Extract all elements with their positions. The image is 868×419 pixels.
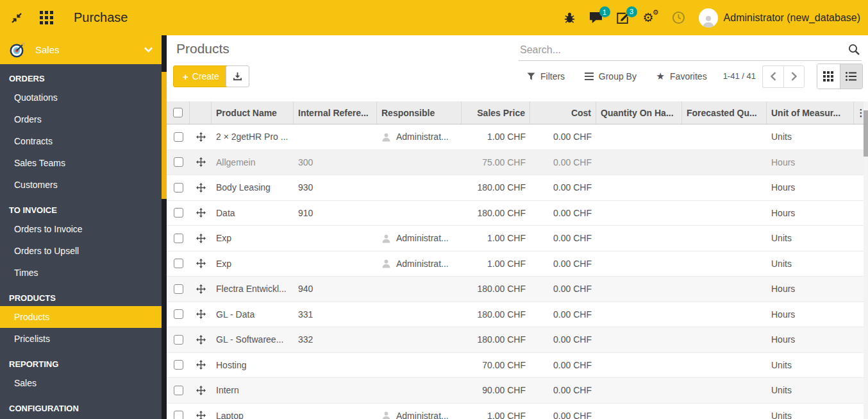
cell-responsible: [377, 175, 462, 200]
search-input[interactable]: [519, 44, 848, 56]
favorites-button[interactable]: ★ Favorites: [653, 71, 711, 82]
debug-bug-icon[interactable]: [563, 12, 576, 24]
cell-sales-price: 180.00 CHF: [462, 201, 530, 226]
row-checkbox[interactable]: [174, 309, 183, 319]
row-checkbox[interactable]: [174, 208, 183, 218]
cell-cost: 0.00 CHF: [530, 226, 596, 251]
sidebar-item-orders[interactable]: Orders: [0, 108, 162, 130]
sidebar-item-quotations[interactable]: Quotations: [0, 87, 162, 108]
drag-handle[interactable]: [190, 201, 212, 226]
table-row[interactable]: Hosting 70.00 CHF 0.00 CHF Units: [167, 353, 868, 379]
drag-handle[interactable]: [190, 124, 212, 150]
current-app-label: Sales: [35, 44, 60, 55]
table-scrollbar-track: [864, 101, 868, 419]
cell-sales-price: 1.00 CHF: [462, 124, 530, 150]
table-row[interactable]: Laptop Administrat... 1.00 CHF 0.00 CHF …: [167, 404, 868, 419]
cell-unit-of-measure: Units: [767, 252, 854, 277]
table-row[interactable]: 2 × 2getHR Pro ... Administrat... 1.00 C…: [167, 124, 868, 150]
column-sales-price[interactable]: Sales Price: [462, 101, 530, 124]
drag-handle[interactable]: [190, 150, 212, 175]
drag-handle[interactable]: [190, 175, 212, 200]
row-checkbox[interactable]: [174, 386, 183, 395]
drag-handle[interactable]: [190, 378, 212, 403]
row-checkbox[interactable]: [174, 157, 183, 167]
sidebar-item-products[interactable]: Products: [0, 306, 162, 328]
sidebar-item-orders-to-upsell[interactable]: Orders to Upsell: [0, 240, 162, 262]
messages-icon[interactable]: 1: [589, 12, 603, 24]
row-checkbox[interactable]: [174, 132, 183, 142]
kanban-view-button[interactable]: [817, 64, 840, 89]
sidebar-item-times[interactable]: Times: [0, 262, 162, 284]
sidebar-item-sales[interactable]: Sales: [0, 372, 162, 394]
clock-icon[interactable]: [672, 11, 685, 24]
page-title: Products: [176, 41, 230, 56]
row-checkbox[interactable]: [174, 360, 183, 370]
column-quantity-on-hand[interactable]: Quantity On Ha...: [596, 101, 682, 124]
cell-forecasted-quantity: [682, 353, 767, 378]
app-switcher-sales[interactable]: Sales: [0, 35, 162, 64]
drag-handle[interactable]: [190, 277, 212, 302]
cell-product-name: Flectra Entwickl...: [212, 277, 294, 302]
row-checkbox[interactable]: [174, 411, 183, 419]
cell-cost: 0.00 CHF: [530, 252, 596, 277]
table-row[interactable]: Allgemein 300 75.00 CHF 0.00 CHF Hours: [167, 150, 868, 176]
table-row[interactable]: Body Leasing 930 180.00 CHF 0.00 CHF Hou…: [167, 175, 868, 201]
table-row[interactable]: Intern 90.00 CHF 0.00 CHF Units: [167, 378, 868, 404]
sidebar-scrollbar-thumb[interactable]: [162, 72, 167, 199]
row-checkbox[interactable]: [174, 284, 183, 294]
cell-sales-price: 70.00 CHF: [462, 353, 530, 378]
search-icon[interactable]: [848, 44, 860, 56]
cell-cost: 0.00 CHF: [530, 404, 596, 419]
sidebar-item-sales-teams[interactable]: Sales Teams: [0, 152, 162, 174]
drag-handle[interactable]: [190, 226, 212, 251]
user-menu[interactable]: Administrator (new_database): [699, 8, 860, 28]
table-row[interactable]: Flectra Entwickl... 940 180.00 CHF 0.00 …: [167, 277, 868, 302]
settings-gears-icon[interactable]: ⚙ ⚙: [643, 10, 658, 26]
column-product-name[interactable]: Product Name: [212, 101, 294, 124]
column-internal-reference[interactable]: Internal Refere...: [294, 101, 377, 124]
export-button[interactable]: [226, 65, 249, 87]
move-icon: [196, 234, 206, 243]
cell-sales-price: 1.00 CHF: [462, 226, 530, 251]
pager-previous-button[interactable]: [762, 65, 783, 88]
cell-cost: 0.00 CHF: [530, 302, 596, 327]
column-cost[interactable]: Cost: [530, 101, 596, 124]
sidebar-item-customers[interactable]: Customers: [0, 174, 162, 196]
list-view-button[interactable]: [840, 64, 862, 89]
select-all-checkbox[interactable]: [173, 108, 183, 117]
drag-handle[interactable]: [190, 404, 212, 419]
table-row[interactable]: Data 910 180.00 CHF 0.00 CHF Hours: [167, 201, 868, 227]
drag-handle[interactable]: [190, 302, 212, 327]
column-responsible[interactable]: Responsible: [377, 101, 462, 124]
drag-handle[interactable]: [190, 252, 212, 277]
column-forecasted-quantity[interactable]: Forecasted Qu...: [682, 101, 767, 124]
user-avatar-icon: [381, 259, 391, 268]
messages-badge: 1: [599, 6, 610, 17]
app-window: Purchase 1 3: [0, 0, 868, 419]
sidebar-item-settings[interactable]: Settings: [0, 416, 162, 419]
row-checkbox[interactable]: [174, 183, 183, 192]
table-row[interactable]: Exp Administrat... 1.00 CHF 0.00 CHF Uni…: [167, 226, 868, 252]
row-checkbox[interactable]: [174, 234, 183, 243]
column-unit-of-measure[interactable]: Unit of Measur...: [767, 101, 854, 124]
table-row[interactable]: Exp Administrat... 1.00 CHF 0.00 CHF Uni…: [167, 252, 868, 277]
drag-handle[interactable]: [190, 353, 212, 378]
table-row[interactable]: GL - Data 331 180.00 CHF 0.00 CHF Hours: [167, 302, 868, 328]
drag-handle[interactable]: [190, 327, 212, 352]
table-scrollbar-thumb[interactable]: [864, 110, 868, 157]
row-checkbox[interactable]: [174, 259, 183, 268]
sidebar-item-orders-to-invoice[interactable]: Orders to Invoice: [0, 218, 162, 240]
filters-button[interactable]: Filters: [523, 71, 569, 82]
table-row[interactable]: GL - Softwaree... 332 180.00 CHF 0.00 CH…: [167, 327, 868, 353]
row-checkbox[interactable]: [174, 335, 183, 345]
cell-internal-reference: 940: [294, 277, 377, 302]
create-button[interactable]: + Create: [173, 65, 229, 87]
sidebar-item-pricelists[interactable]: Pricelists: [0, 328, 162, 350]
activities-icon[interactable]: 3: [616, 12, 630, 24]
group-by-button[interactable]: Group By: [581, 71, 640, 82]
cell-responsible: [377, 327, 462, 352]
pager-next-button[interactable]: [783, 65, 805, 88]
compress-toggle-icon[interactable]: [10, 12, 23, 24]
sidebar-item-contracts[interactable]: Contracts: [0, 130, 162, 152]
apps-grid-icon[interactable]: [40, 11, 53, 24]
